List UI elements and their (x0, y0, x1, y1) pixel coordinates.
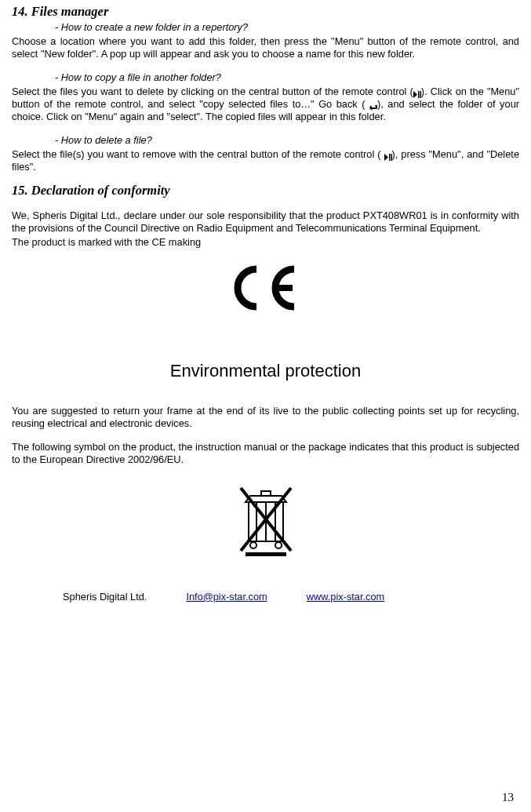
weee-bin-icon (12, 479, 519, 559)
footer-website-link[interactable]: www.pix-star.com (307, 591, 385, 603)
svg-rect-17 (245, 552, 286, 556)
play-pause-icon (413, 89, 421, 96)
footer-email-link[interactable]: Info@pix-star.com (186, 591, 267, 603)
env-title: Environmental protection (12, 361, 519, 381)
svg-rect-4 (389, 154, 391, 161)
svg-point-14 (275, 542, 282, 548)
svg-marker-0 (413, 91, 417, 98)
section-14-title: 14. Files manager (12, 4, 519, 20)
env-p2: The following symbol on the product, the… (12, 441, 519, 466)
q3: - How to delete a file? (12, 134, 519, 147)
q1: - How to create a new folder in a repert… (12, 21, 519, 34)
svg-point-13 (250, 542, 256, 548)
q2: - How to copy a file in another folder? (12, 71, 519, 84)
back-arrow-icon (369, 101, 377, 108)
footer: Spheris Digital Ltd. Info@pix-star.com w… (12, 591, 519, 603)
s15-p1: We, Spheris Digital Ltd., declare under … (12, 209, 519, 235)
a1: Choose a location where you want to add … (12, 35, 519, 60)
env-p1: You are suggested to return your frame a… (12, 405, 519, 430)
svg-rect-1 (418, 91, 420, 98)
ce-mark-icon (12, 264, 519, 314)
svg-marker-3 (384, 154, 388, 161)
footer-company: Spheris Digital Ltd. (63, 591, 147, 603)
svg-rect-6 (275, 285, 293, 291)
a2: Select the files you want to delete by c… (12, 86, 519, 123)
a2-pre: Select the files you want to delete by c… (12, 86, 413, 97)
page-number: 13 (502, 791, 514, 804)
a3-pre: Select the file(s) you want to remove wi… (12, 148, 381, 160)
a3: Select the file(s) you want to remove wi… (12, 148, 519, 173)
play-pause-icon (384, 151, 392, 158)
svg-rect-12 (261, 491, 271, 496)
s15-p2: The product is marked with the CE making (12, 236, 519, 249)
section-15-title: 15. Declaration of conformity (12, 183, 519, 198)
